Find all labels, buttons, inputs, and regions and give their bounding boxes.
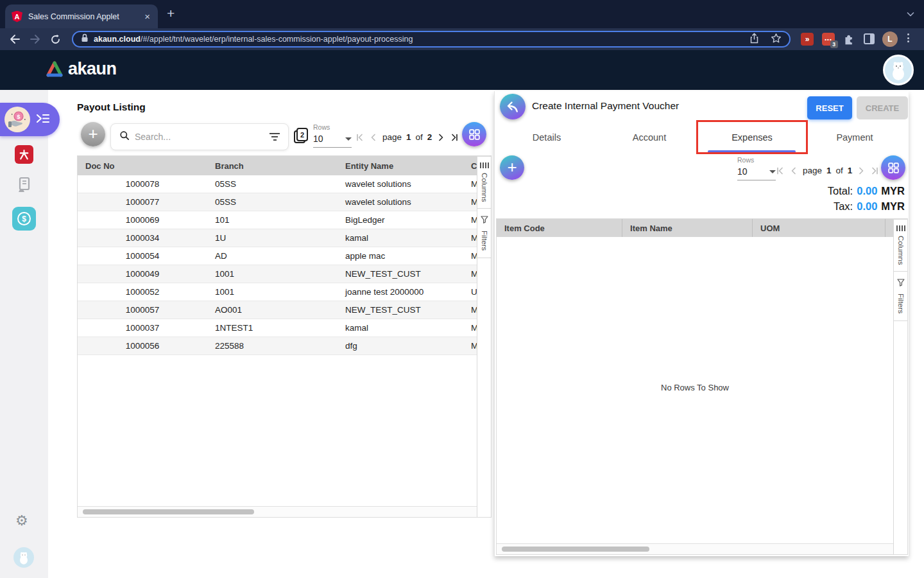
akaun-brand[interactable]: akaun [45, 59, 117, 79]
tab-payment[interactable]: Payment [803, 122, 906, 153]
tab-details[interactable]: Details [495, 122, 598, 153]
table-row[interactable]: 10000491001NEW_TEST_CUSTM [78, 265, 477, 283]
share-icon[interactable] [749, 33, 759, 46]
scrollbar-thumb[interactable] [502, 547, 649, 552]
browser-menu-icon[interactable] [907, 33, 909, 42]
sidebar-item-payment-applet-active[interactable]: $ [12, 207, 36, 231]
back-icon[interactable] [9, 34, 21, 44]
table-cell: 1000052 [78, 287, 207, 297]
total-label: Total: [828, 185, 853, 197]
column-header-description[interactable]: D [885, 219, 893, 237]
sidebar-item-sales-commission-active[interactable]: $ [0, 103, 60, 136]
filters-tool-button[interactable]: Filters [894, 272, 907, 320]
columns-tool-button[interactable]: Columns [894, 219, 907, 272]
grid-view-button[interactable] [462, 122, 486, 146]
forward-icon[interactable] [30, 34, 41, 44]
svg-text:$: $ [17, 113, 21, 120]
table-cell: AO001 [207, 305, 338, 315]
browser-tab-strip: A Sales Commission Applet × + [0, 0, 924, 28]
tab-expenses[interactable]: Expenses [701, 122, 803, 153]
column-header-item-code[interactable]: Item Code [497, 219, 622, 237]
url-bar[interactable]: akaun.cloud/#/applet/tnt/wavelet/erp/int… [72, 31, 791, 48]
reset-button[interactable]: RESET [807, 96, 852, 119]
svg-text:2: 2 [300, 131, 304, 139]
add-payout-button[interactable]: + [81, 122, 105, 146]
search-box[interactable] [110, 123, 289, 150]
table-cell: 1000037 [78, 323, 207, 333]
table-row[interactable]: 1000069101BigLedgerM [78, 211, 477, 229]
search-input[interactable] [135, 132, 270, 142]
table-cell: 1000057 [78, 305, 207, 315]
table-row[interactable]: 10000521001joanne test 2000000US [78, 283, 477, 301]
browser-tab[interactable]: A Sales Commission Applet × [5, 4, 158, 28]
column-header-doc-no[interactable]: Doc No [78, 161, 207, 171]
columns-label: Columns [481, 173, 488, 202]
table-cell: 1000054 [78, 251, 207, 261]
browser-profile-avatar[interactable]: L [882, 31, 898, 47]
horizontal-scrollbar[interactable] [497, 543, 893, 554]
reload-icon[interactable] [50, 34, 61, 45]
last-page-icon[interactable] [450, 133, 459, 142]
rows-per-page-select[interactable]: 10 [737, 166, 776, 180]
page-of-word: of [836, 166, 843, 175]
rows-value: 10 [737, 166, 748, 177]
multipage-icon[interactable]: 2 [293, 127, 309, 147]
table-row[interactable]: 100007805SSwavelet solutionsM [78, 175, 477, 193]
side-panel-icon[interactable] [864, 33, 875, 44]
payout-listing-panel: Payout Listing + 2 Rows 10 page 1 of 2 [76, 90, 492, 578]
filters-tool-button[interactable]: Filters [477, 209, 491, 258]
table-row[interactable]: 1000054ADapple macM [78, 247, 477, 265]
funnel-icon [897, 277, 905, 289]
column-header-uom[interactable]: UOM [752, 219, 885, 237]
sidebar-item-receipt-applet[interactable] [17, 177, 31, 197]
table-row[interactable]: 10000341UkamalM [78, 229, 477, 247]
user-avatar[interactable] [883, 55, 914, 85]
bookmark-star-icon[interactable] [771, 33, 782, 46]
tab-account[interactable]: Account [598, 122, 701, 153]
table-cell: 1001 [207, 287, 338, 297]
horizontal-scrollbar[interactable] [78, 506, 477, 517]
create-button[interactable]: CREATE [857, 96, 908, 119]
first-page-icon[interactable] [355, 133, 364, 142]
columns-label: Columns [897, 236, 905, 265]
table-row[interactable]: 1000057AO001NEW_TEST_CUSTM [78, 301, 477, 319]
grid-view-button[interactable] [881, 155, 905, 180]
search-filter-icon[interactable] [270, 133, 280, 141]
column-header-item-name[interactable]: Item Name [622, 219, 752, 237]
extensions-puzzle-icon[interactable] [843, 33, 855, 48]
sidebar-item-dai-applet[interactable] [15, 145, 33, 164]
table-cell: M [465, 179, 477, 189]
commission-hand-coin-icon: $ [4, 107, 30, 132]
add-expense-line-button[interactable]: + [500, 155, 524, 180]
extension-dots-icon[interactable]: ••• 3 [822, 33, 835, 46]
table-row[interactable]: 100007705SSwavelet solutionsM [78, 193, 477, 211]
next-page-icon[interactable] [857, 166, 866, 175]
first-page-icon[interactable] [776, 166, 785, 175]
scrollbar-thumb[interactable] [83, 509, 254, 514]
page-total: 2 [427, 132, 432, 142]
columns-tool-button[interactable]: Columns [477, 156, 491, 209]
new-tab-button[interactable]: + [167, 6, 175, 21]
sidebar-mascot-avatar[interactable] [13, 547, 34, 568]
column-header-currency[interactable]: C [465, 161, 477, 171]
settings-gear-icon[interactable]: ⚙ [15, 512, 28, 529]
last-page-icon[interactable] [870, 166, 879, 175]
table-header: Item Code Item Name UOM D [497, 219, 893, 237]
prev-page-icon[interactable] [369, 133, 378, 142]
column-header-branch[interactable]: Branch [207, 161, 338, 171]
tab-close-icon[interactable]: × [143, 12, 151, 21]
grid-tool-panel: Columns Filters [477, 156, 491, 517]
column-header-entity-name[interactable]: Entity Name [338, 161, 465, 171]
brand-text: akaun [68, 59, 117, 79]
table-row[interactable]: 10000371NTEST1kamalM [78, 319, 477, 337]
sidenav-toggle-icon[interactable] [36, 113, 50, 127]
rows-per-page-select[interactable]: 10 [313, 134, 352, 148]
table-row[interactable]: 1000056225588dfgM [78, 337, 477, 355]
back-button[interactable] [500, 94, 526, 119]
prev-page-icon[interactable] [789, 166, 798, 175]
table-cell: 1U [207, 233, 338, 243]
next-page-icon[interactable] [436, 133, 445, 142]
extension-fastforward-icon[interactable]: » [801, 33, 814, 46]
tab-search-chevron-icon[interactable] [906, 10, 915, 21]
lock-icon [81, 33, 89, 45]
